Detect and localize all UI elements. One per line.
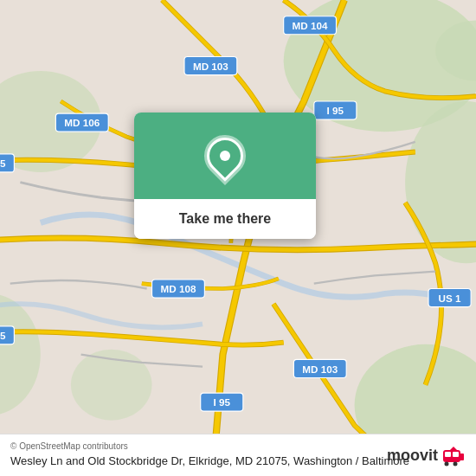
take-me-there-button[interactable]: Take me there — [134, 199, 316, 239]
svg-text:MD 104: MD 104 — [293, 20, 328, 31]
svg-text:MD 103: MD 103 — [193, 61, 228, 72]
svg-text:MD 103: MD 103 — [302, 363, 338, 375]
svg-rect-38 — [459, 453, 464, 460]
popup-top — [134, 113, 316, 199]
svg-text:MD 108: MD 108 — [160, 283, 196, 294]
svg-text:I 95: I 95 — [327, 105, 344, 116]
svg-text:US 1: US 1 — [439, 293, 461, 304]
moovit-icon — [441, 443, 466, 467]
svg-text:MD 106: MD 106 — [64, 117, 100, 128]
bottom-bar: © OpenStreetMap contributors Wesley Ln a… — [0, 434, 476, 476]
svg-point-36 — [445, 462, 449, 466]
map-container: MD 104 MD 106 MD 175 MD 175 MD 103 MD 10… — [0, 0, 476, 476]
svg-text:I 95: I 95 — [214, 396, 231, 408]
svg-rect-35 — [453, 452, 459, 457]
svg-point-37 — [453, 462, 458, 466]
svg-text:MD 175: MD 175 — [0, 330, 6, 341]
location-popup: Take me there — [134, 113, 316, 239]
moovit-brand-text: moovit — [387, 447, 438, 465]
svg-text:MD 175: MD 175 — [0, 158, 6, 169]
location-pin-icon — [199, 130, 250, 181]
moovit-logo: moovit — [387, 443, 466, 467]
svg-rect-34 — [445, 452, 451, 457]
